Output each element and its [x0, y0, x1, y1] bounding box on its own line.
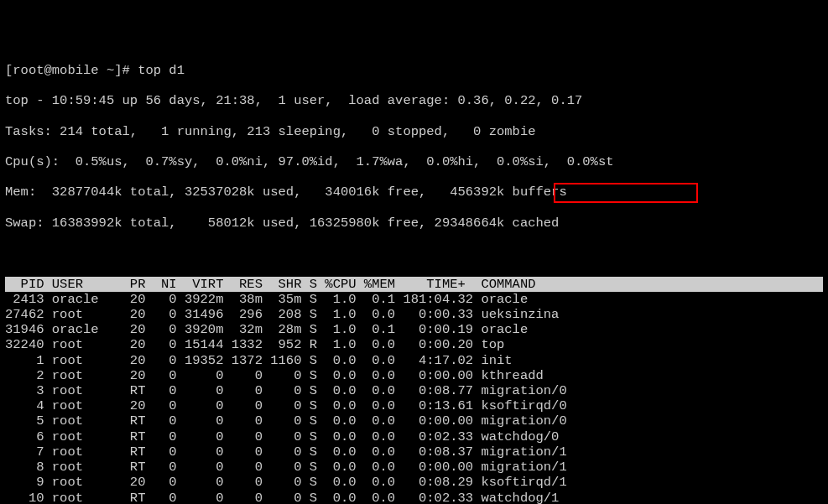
process-row: 27462 root 20 0 31496 296 208 S 1.0 0.0 …: [5, 307, 828, 322]
process-row: 5 root RT 0 0 0 0 S 0.0 0.0 0:00.00 migr…: [5, 413, 828, 429]
summary-swap: Swap: 16383992k total, 58012k used, 1632…: [5, 216, 828, 231]
process-row: 8 root RT 0 0 0 0 S 0.0 0.0 0:00.00 migr…: [5, 460, 828, 475]
prompt-line: [root@mobile ~]# top d1: [5, 63, 828, 78]
process-row: 9 root 20 0 0 0 0 S 0.0 0.0 0:08.29 ksof…: [5, 475, 828, 490]
summary-cpu: Cpu(s): 0.5%us, 0.7%sy, 0.0%ni, 97.0%id,…: [5, 154, 828, 169]
summary-mem: Mem: 32877044k total, 32537028k used, 34…: [5, 184, 828, 200]
blank-line: [5, 246, 828, 261]
process-row: 10 root RT 0 0 0 0 S 0.0 0.0 0:02.33 wat…: [5, 491, 828, 505]
process-row: 32240 root 20 0 15144 1332 952 R 1.0 0.0…: [5, 337, 828, 352]
process-row: 1 root 20 0 19352 1372 1160 S 0.0 0.0 4:…: [5, 353, 828, 368]
process-row: 7 root RT 0 0 0 0 S 0.0 0.0 0:08.37 migr…: [5, 444, 828, 460]
summary-tasks: Tasks: 214 total, 1 running, 213 sleepin…: [5, 124, 828, 139]
process-row: 31946 oracle 20 0 3920m 32m 28m S 1.0 0.…: [5, 322, 828, 337]
summary-time: top - 10:59:45 up 56 days, 21:38, 1 user…: [5, 93, 828, 108]
process-row: 2 root 20 0 0 0 0 S 0.0 0.0 0:00.00 kthr…: [5, 368, 828, 383]
process-row: 3 root RT 0 0 0 0 S 0.0 0.0 0:08.77 migr…: [5, 383, 828, 398]
process-row: 6 root RT 0 0 0 0 S 0.0 0.0 0:02.33 watc…: [5, 429, 828, 444]
terminal-output: [root@mobile ~]# top d1 top - 10:59:45 u…: [0, 46, 828, 504]
process-row: 2413 oracle 20 0 3922m 38m 35m S 1.0 0.1…: [5, 292, 828, 307]
process-list: 2413 oracle 20 0 3922m 38m 35m S 1.0 0.1…: [5, 292, 828, 504]
column-header: PID USER PR NI VIRT RES SHR S %CPU %MEM …: [5, 277, 823, 292]
process-row: 4 root 20 0 0 0 0 S 0.0 0.0 0:13.61 ksof…: [5, 398, 828, 413]
